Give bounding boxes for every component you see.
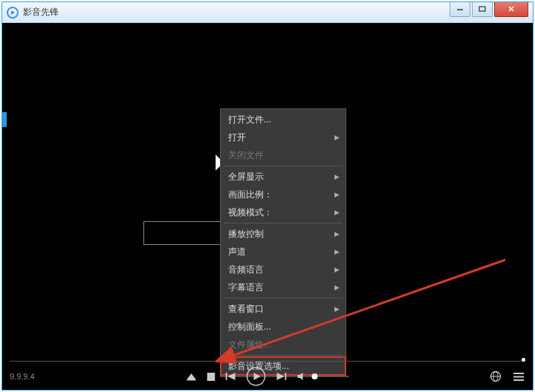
- maximize-button[interactable]: [472, 2, 493, 17]
- menu-aspect-ratio[interactable]: 画面比例：▶: [221, 186, 346, 203]
- close-button[interactable]: [494, 2, 528, 17]
- chevron-right-icon: ▶: [334, 305, 340, 313]
- prev-button[interactable]: [226, 372, 236, 381]
- menu-audio-track[interactable]: 声道▶: [221, 243, 346, 261]
- menu-fullscreen[interactable]: 全屏显示▶: [221, 168, 346, 186]
- playback-controls: [187, 367, 349, 386]
- svg-marker-16: [254, 373, 261, 380]
- menu-open[interactable]: 打开▶: [221, 128, 346, 146]
- next-button[interactable]: [276, 372, 287, 381]
- svg-rect-18: [285, 373, 287, 380]
- svg-marker-1: [11, 10, 15, 15]
- open-button[interactable]: [187, 372, 197, 381]
- menu-separator: [224, 166, 343, 166]
- menu-video-mode[interactable]: 视频模式：▶: [221, 203, 346, 221]
- svg-rect-11: [187, 379, 196, 381]
- chevron-right-icon: ▶: [334, 209, 340, 216]
- progress-track: [10, 361, 525, 362]
- speaker-icon: [297, 372, 308, 381]
- svg-marker-17: [277, 373, 285, 380]
- volume-slider[interactable]: [312, 376, 349, 377]
- svg-marker-14: [228, 373, 236, 380]
- svg-marker-19: [298, 373, 303, 380]
- menu-control-panel[interactable]: 控制面板...: [221, 318, 346, 336]
- player-area: 打开文件... 打开▶ 关闭文件 全屏显示▶ 画面比例：▶ 视频模式：▶ 播放控…: [2, 23, 533, 390]
- globe-button[interactable]: [490, 370, 502, 382]
- chevron-right-icon: ▶: [334, 266, 340, 273]
- version-label: 9.9.9.4: [10, 372, 35, 381]
- chevron-right-icon: ▶: [334, 248, 340, 255]
- window-title: 影音先锋: [23, 6, 450, 19]
- control-bar: 9.9.9.4: [2, 363, 533, 390]
- title-bar: 影音先锋: [2, 2, 533, 23]
- svg-marker-10: [187, 373, 196, 379]
- menu-separator: [224, 223, 343, 223]
- menu-open-file[interactable]: 打开文件...: [221, 111, 346, 128]
- app-window: 影音先锋 打开文件... 打开▶ 关闭文件: [1, 1, 534, 391]
- menu-view-window[interactable]: 查看窗口▶: [221, 300, 346, 318]
- context-menu: 打开文件... 打开▶ 关闭文件 全屏显示▶ 画面比例：▶ 视频模式：▶ 播放控…: [220, 108, 346, 377]
- svg-rect-3: [479, 7, 485, 11]
- menu-separator: [224, 298, 343, 298]
- chevron-right-icon: ▶: [334, 191, 340, 198]
- menu-file-properties: 文件属性...: [221, 336, 346, 353]
- volume-thumb[interactable]: [312, 373, 318, 379]
- minimize-button[interactable]: [450, 2, 470, 17]
- menu-subtitle-lang[interactable]: 字幕语言▶: [221, 278, 346, 296]
- accent-bar: [2, 112, 7, 127]
- menu-playback-control[interactable]: 播放控制▶: [221, 225, 346, 243]
- menu-audio-lang[interactable]: 音频语言▶: [221, 261, 346, 278]
- chevron-right-icon: ▶: [334, 173, 340, 180]
- svg-rect-12: [207, 373, 215, 381]
- window-controls: [450, 2, 533, 17]
- chevron-right-icon: ▶: [334, 134, 340, 141]
- app-icon: [7, 7, 19, 19]
- menu-separator: [224, 355, 343, 356]
- progress-thumb[interactable]: [522, 358, 525, 362]
- svg-rect-13: [226, 373, 227, 380]
- playlist-button[interactable]: [513, 370, 524, 382]
- stop-button[interactable]: [207, 373, 215, 381]
- menu-close-file: 关闭文件: [221, 146, 346, 164]
- chevron-right-icon: ▶: [334, 284, 340, 291]
- chevron-right-icon: ▶: [334, 230, 340, 238]
- play-button[interactable]: [247, 367, 266, 386]
- volume-control[interactable]: [297, 372, 349, 381]
- right-controls: [490, 370, 524, 382]
